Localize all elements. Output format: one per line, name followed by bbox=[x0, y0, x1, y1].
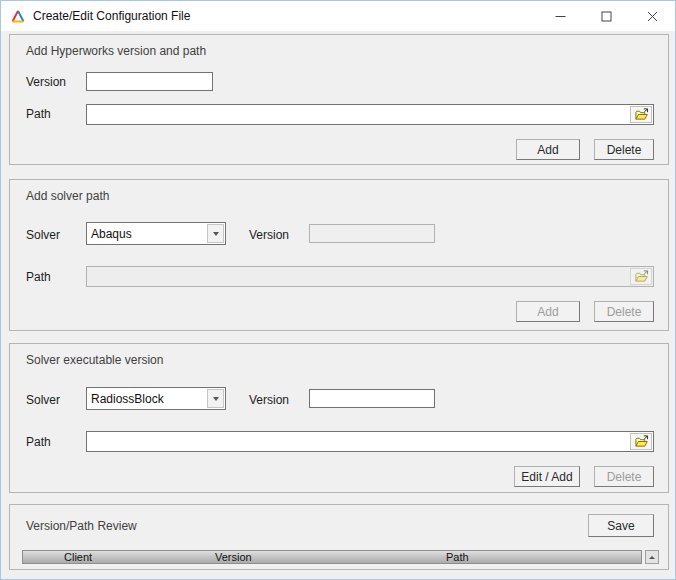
hw-version-label: Version bbox=[26, 75, 66, 89]
sp-version-label: Version bbox=[249, 228, 289, 242]
sp-solver-label: Solver bbox=[26, 228, 60, 242]
se-solver-select[interactable]: RadiossBlock bbox=[86, 387, 226, 410]
chevron-down-icon bbox=[213, 397, 219, 401]
window-controls bbox=[537, 1, 675, 31]
se-edit-add-button[interactable]: Edit / Add bbox=[514, 466, 580, 487]
maximize-icon[interactable] bbox=[583, 1, 629, 31]
save-button[interactable]: Save bbox=[588, 514, 654, 537]
se-browse-button[interactable] bbox=[630, 433, 652, 450]
hw-path-label: Path bbox=[26, 107, 51, 121]
column-header-path[interactable]: Path bbox=[446, 551, 469, 564]
chevron-down-icon bbox=[213, 232, 219, 236]
sp-solver-dropdown-button[interactable] bbox=[207, 224, 224, 243]
group-solver-path-title: Add solver path bbox=[26, 189, 109, 203]
titlebar: Create/Edit Configuration File bbox=[1, 1, 675, 31]
dialog-window: Create/Edit Configuration File Add Hyper… bbox=[0, 0, 676, 580]
group-hyperworks-title: Add Hyperworks version and path bbox=[26, 44, 206, 58]
sp-solver-value: Abaqus bbox=[87, 227, 206, 241]
open-folder-icon bbox=[634, 270, 649, 283]
altair-logo-icon bbox=[10, 8, 27, 24]
se-path-field bbox=[86, 431, 654, 452]
se-version-input[interactable] bbox=[309, 389, 435, 408]
group-solver-exec: Solver executable version Solver Radioss… bbox=[9, 343, 669, 493]
se-path-input[interactable] bbox=[87, 432, 629, 451]
column-header-client[interactable]: Client bbox=[64, 551, 92, 564]
se-path-label: Path bbox=[26, 435, 51, 449]
hw-path-field bbox=[86, 104, 654, 125]
close-icon[interactable] bbox=[629, 1, 675, 31]
sp-delete-button: Delete bbox=[594, 301, 654, 322]
sp-path-field bbox=[86, 266, 654, 287]
hw-path-input[interactable] bbox=[87, 105, 629, 124]
se-solver-label: Solver bbox=[26, 393, 60, 407]
window-title: Create/Edit Configuration File bbox=[33, 9, 190, 23]
open-folder-icon bbox=[634, 108, 649, 121]
se-solver-dropdown-button[interactable] bbox=[207, 389, 224, 408]
sp-path-input bbox=[87, 267, 629, 286]
sp-path-label: Path bbox=[26, 270, 51, 284]
scroll-up-arrow-icon bbox=[649, 556, 655, 559]
group-review-title: Version/Path Review bbox=[26, 519, 137, 533]
sp-version-input bbox=[309, 224, 435, 243]
hw-browse-button[interactable] bbox=[630, 106, 652, 123]
open-folder-icon bbox=[634, 435, 649, 448]
sp-browse-button bbox=[630, 268, 652, 285]
minimize-icon[interactable] bbox=[537, 1, 583, 31]
group-hyperworks: Add Hyperworks version and path Version … bbox=[9, 34, 669, 165]
group-review: Version/Path Review Save Client Version … bbox=[9, 504, 669, 570]
se-version-label: Version bbox=[249, 393, 289, 407]
column-header-version[interactable]: Version bbox=[215, 551, 252, 564]
hw-version-input[interactable] bbox=[86, 72, 213, 91]
sp-add-button: Add bbox=[516, 301, 580, 322]
se-delete-button: Delete bbox=[594, 466, 654, 487]
review-table-header: Client Version Path bbox=[22, 550, 642, 564]
sp-solver-select[interactable]: Abaqus bbox=[86, 222, 226, 245]
hw-delete-button[interactable]: Delete bbox=[594, 139, 654, 160]
hw-add-button[interactable]: Add bbox=[516, 139, 580, 160]
group-solver-exec-title: Solver executable version bbox=[26, 353, 163, 367]
group-solver-path: Add solver path Solver Abaqus Version Pa… bbox=[9, 179, 669, 331]
table-scroll-up-button[interactable] bbox=[645, 550, 659, 564]
se-solver-value: RadiossBlock bbox=[87, 392, 206, 406]
